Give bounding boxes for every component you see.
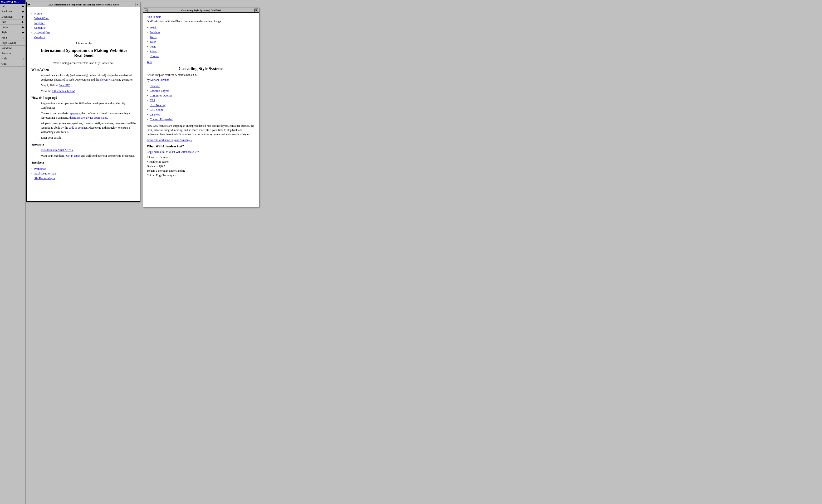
- topic-cascade-layers[interactable]: Cascade Layers: [147, 88, 255, 93]
- nav-link-conduct[interactable]: Conduct: [34, 35, 45, 39]
- nav2-link-talks[interactable]: Talks: [149, 40, 156, 44]
- signup-para3: All participants (attendees, speakers, s…: [41, 121, 136, 134]
- sponsors-link[interactable]: sponsors: [70, 112, 80, 115]
- topic-css[interactable]: CSS: [147, 98, 255, 103]
- speaker-link-2[interactable]: Zach Leatherman: [34, 172, 56, 175]
- copy-permalink-link[interactable]: Copy permalink to What Will Attendees Ge…: [147, 150, 198, 153]
- nav2-item-about[interactable]: About: [147, 49, 255, 54]
- section-title: Cascading Style Systems: [147, 66, 255, 71]
- sidebar-item-label: Print: [1, 36, 7, 39]
- topic-css-nesting[interactable]: CSS Nesting: [147, 103, 255, 107]
- sponsors-para1: Want your logo here? Get in touch and we…: [41, 153, 136, 158]
- speaker-item-3[interactable]: Sia Karamalegos: [31, 176, 136, 181]
- nav2-item-posts[interactable]: Posts: [147, 44, 255, 49]
- eleventy-link[interactable]: Eleventy: [100, 78, 110, 81]
- nav-link-register[interactable]: Register: [34, 21, 44, 25]
- nav-item-register[interactable]: Register: [31, 21, 136, 25]
- topic-csswg[interactable]: CSSWG: [147, 112, 255, 117]
- page-title: International Symposium on Making Web Si…: [31, 48, 136, 58]
- window2-close-button[interactable]: ✕: [255, 9, 258, 12]
- nav2-item-talks[interactable]: Talks: [147, 39, 255, 44]
- intro-text: Join us for the: [31, 42, 136, 45]
- nav-item-whatwhen[interactable]: What/When: [31, 16, 136, 21]
- schedule-link[interactable]: full schedule below!: [52, 89, 75, 93]
- topic-link-csswg[interactable]: CSSWG: [149, 113, 160, 116]
- coc-link[interactable]: code of conduct: [69, 126, 87, 129]
- nav-item-conduct[interactable]: Conduct: [31, 35, 136, 40]
- whatwhen-heading: What/When: [31, 68, 136, 72]
- sidebar-item-services[interactable]: Services: [0, 51, 25, 56]
- sidebar-item-info[interactable]: Info ▶: [0, 4, 25, 9]
- cloudcannon-link[interactable]: CloudCannon Artist Activist: [41, 148, 73, 152]
- sidebar-item-label: Links: [1, 25, 8, 29]
- bring-workshop-link[interactable]: Bring this workshop to your company »: [147, 138, 192, 142]
- topic-link-css[interactable]: CSS: [149, 98, 155, 102]
- nav2-link-services[interactable]: Services: [149, 30, 160, 34]
- nav2-item-work[interactable]: Work: [147, 25, 255, 30]
- nav2-item-contact[interactable]: Contact: [147, 54, 255, 58]
- speaker-link-1[interactable]: ivan zhao: [34, 167, 46, 171]
- sidebar-item-pagelayout[interactable]: Page Layout: [0, 40, 25, 46]
- topic-cascade[interactable]: Cascade: [147, 84, 255, 88]
- nav2-link-about[interactable]: About: [149, 49, 157, 53]
- topic-link-cascade[interactable]: Cascade: [149, 84, 160, 88]
- donations-link[interactable]: donations are always appreciated: [69, 116, 107, 119]
- topic-link-custom-properties[interactable]: Custom Properties: [149, 117, 172, 121]
- sidebar-item-print[interactable]: Print p: [0, 35, 25, 40]
- nav2-item-tools[interactable]: Tools: [147, 35, 255, 39]
- description-para: New CSS features are shipping at an unpr…: [147, 124, 255, 136]
- topic-link-css-nesting[interactable]: CSS Nesting: [149, 103, 165, 107]
- nav-item-schedule[interactable]: Schedule: [31, 25, 136, 30]
- speakers-heading: Speakers: [31, 161, 136, 164]
- author-link[interactable]: Miriam Suzanne: [150, 78, 169, 81]
- sidebar-item-document[interactable]: Document ▶: [0, 14, 25, 19]
- window2-body[interactable]: Skip to main OddBird stands with the Bla…: [143, 13, 259, 206]
- topic-link-container-queries[interactable]: Container Queries: [149, 94, 172, 97]
- window2-titlebar: Cascading Style Systems | OddBird ✕: [143, 8, 259, 13]
- sidebar-item-windows[interactable]: Windows: [0, 46, 25, 51]
- nav-link-accessibility[interactable]: Accessibility: [34, 31, 50, 34]
- window1-close-button[interactable]: ✕: [135, 3, 139, 6]
- nav2-link-posts[interactable]: Posts: [149, 45, 156, 48]
- nav-link-home[interactable]: Home: [34, 12, 42, 15]
- window-11tys: 11tys International Symposium on Making …: [26, 2, 140, 201]
- nav-link-schedule[interactable]: Schedule: [34, 26, 46, 30]
- nav2-link-contact[interactable]: Contact: [149, 54, 159, 58]
- skip-link[interactable]: Skip to main: [147, 15, 161, 19]
- speaker-item-1[interactable]: ivan zhao: [31, 166, 136, 171]
- sidebar-item-label: Style: [1, 31, 7, 34]
- speaker-item-2[interactable]: Zach Leatherman: [31, 171, 136, 176]
- window1-body[interactable]: Home What/When Register Schedule Accessi…: [27, 7, 140, 200]
- sidebar-item-navigate[interactable]: Navigate ▶: [0, 9, 25, 14]
- topic-link-css-scope[interactable]: CSS Scope: [149, 108, 163, 112]
- attendee-item-2: Virtual or in-person: [147, 160, 255, 163]
- talk-link[interactable]: Talk: [147, 60, 255, 64]
- copy-permalink: Copy permalink to What Will Attendees Ge…: [147, 150, 255, 154]
- nav-link-whatwhen[interactable]: What/When: [34, 16, 49, 20]
- sidebar-item-links[interactable]: Links ▶: [0, 25, 25, 30]
- demanding-change-link[interactable]: demanding change: [199, 20, 221, 23]
- window1-minimize-button[interactable]: [28, 3, 31, 6]
- attendee-item-5: Cutting Edge Techniques: [147, 173, 255, 177]
- sidebar-shortcut-quit: q: [23, 62, 24, 65]
- sidebar-item-edit[interactable]: Edit ▶: [0, 19, 25, 25]
- nav-item-accessibility[interactable]: Accessibility: [31, 30, 136, 35]
- sidebar-item-hide[interactable]: Hide h: [0, 56, 25, 61]
- get-in-touch-link[interactable]: Get in touch: [66, 154, 80, 157]
- nav-item-home[interactable]: Home: [31, 11, 136, 16]
- sidebar-item-style[interactable]: Style ▶: [0, 30, 25, 35]
- topic-css-scope[interactable]: CSS Scope: [147, 107, 255, 112]
- speaker-link-3[interactable]: Sia Karamalegos: [34, 176, 55, 180]
- time-link[interactable]: 3pm UTC: [59, 84, 70, 87]
- window1-nav: Home What/When Register Schedule Accessi…: [31, 11, 136, 40]
- nav2-link-work[interactable]: Work: [149, 26, 156, 29]
- svg-rect-1: [145, 10, 147, 10]
- nav2-item-services[interactable]: Services: [147, 30, 255, 35]
- nav2-link-tools[interactable]: Tools: [149, 35, 156, 39]
- sidebar-item-label: Page Layout: [1, 41, 16, 45]
- topic-container-queries[interactable]: Container Queries: [147, 93, 255, 98]
- sidebar-item-quit[interactable]: Quit q: [0, 61, 25, 67]
- topic-custom-properties[interactable]: Custom Properties: [147, 117, 255, 122]
- topic-link-cascade-layers[interactable]: Cascade Layers: [149, 89, 169, 93]
- window2-minimize-button[interactable]: [144, 9, 147, 12]
